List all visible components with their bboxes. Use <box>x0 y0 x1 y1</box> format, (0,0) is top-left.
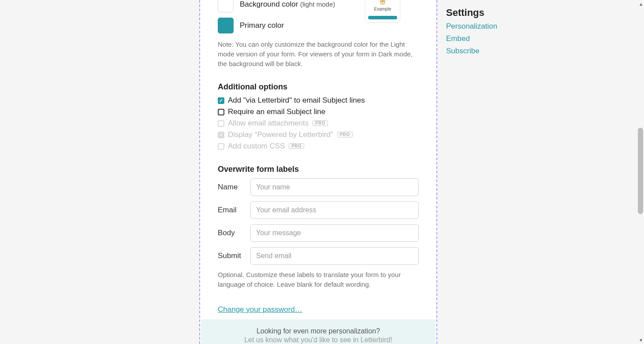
primary-color-label: Primary color <box>240 21 284 30</box>
submit-field-label: Submit <box>218 252 242 260</box>
option-custom-css: Add custom CSS PRO <box>218 142 419 151</box>
checkbox-checked-icon[interactable] <box>218 97 224 104</box>
submit-label-input[interactable] <box>250 247 419 265</box>
checkbox-disabled-icon <box>218 143 224 150</box>
scroll-up-icon[interactable]: ▴ <box>640 1 642 7</box>
overwrite-labels-heading: Overwrite form labels <box>218 165 419 174</box>
primary-color-swatch[interactable] <box>218 18 234 33</box>
change-password-link[interactable]: Change your password… <box>218 305 302 314</box>
name-field-label: Name <box>218 183 242 192</box>
color-note: Note: You can only customize the backgro… <box>218 40 419 68</box>
option-require-subject[interactable]: Require an email Subject line <box>218 107 419 116</box>
checkbox-icon[interactable] <box>218 109 224 115</box>
body-label-input[interactable] <box>250 224 419 242</box>
footer-line1: Looking for even more personalization? <box>210 327 427 335</box>
option-via-letterbird[interactable]: Add "via Letterbird" to email Subject li… <box>218 96 419 105</box>
additional-options-heading: Additional options <box>218 82 419 92</box>
email-field-label: Email <box>218 206 242 215</box>
sidebar-title: Settings <box>446 7 534 18</box>
example-bar <box>368 16 397 19</box>
background-color-swatch[interactable] <box>218 0 234 12</box>
footer-line2: Let us know what you'd like to see in Le… <box>210 336 427 344</box>
option-attachments: Allow email attachments PRO <box>218 119 419 128</box>
background-color-label: Background color (light mode) <box>240 0 335 9</box>
settings-form-panel: Background color (light mode) Primary co… <box>199 0 437 344</box>
settings-sidebar: Settings Personalization Embed Subscribe <box>446 7 534 55</box>
option-powered-by: Display "Powered by Letterbird" PRO <box>218 130 419 139</box>
pro-badge: PRO <box>289 143 304 149</box>
name-label-input[interactable] <box>250 178 419 196</box>
gift-icon <box>368 0 397 6</box>
sidebar-link-subscribe[interactable]: Subscribe <box>446 47 534 55</box>
footer-banner: Looking for even more personalization? L… <box>201 319 436 344</box>
checkbox-disabled-checked-icon <box>218 132 224 138</box>
color-example-card: Example <box>365 0 400 22</box>
example-label: Example <box>368 7 397 11</box>
pro-badge: PRO <box>337 132 353 137</box>
email-label-input[interactable] <box>250 201 419 219</box>
sidebar-link-embed[interactable]: Embed <box>446 34 534 43</box>
scrollbar-thumb[interactable] <box>638 128 643 214</box>
labels-help-text: Optional. Customize these labels to tran… <box>218 270 419 289</box>
scroll-down-icon[interactable]: ▾ <box>640 337 642 343</box>
checkbox-disabled-icon <box>218 120 224 127</box>
body-field-label: Body <box>218 229 242 237</box>
pro-badge: PRO <box>313 120 328 126</box>
sidebar-link-personalization[interactable]: Personalization <box>446 22 534 31</box>
